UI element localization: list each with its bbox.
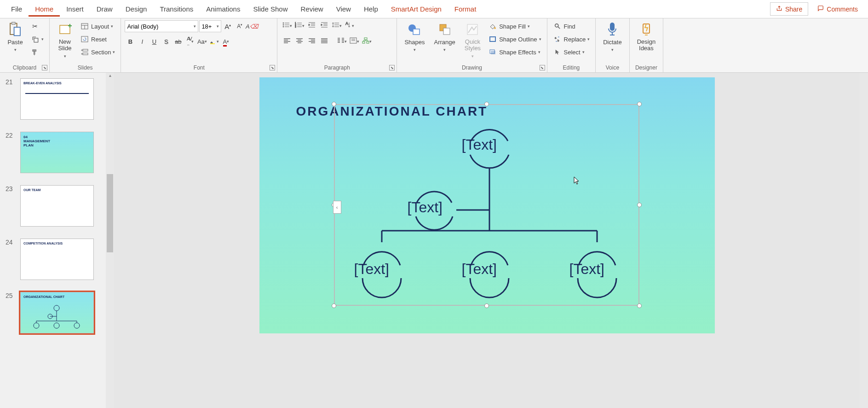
resize-handle[interactable] — [637, 203, 642, 207]
shape-outline-button[interactable]: Shape Outline ▾ — [486, 33, 543, 45]
font-color-button[interactable]: A▾ — [220, 36, 231, 47]
thumbnail-24[interactable]: 24 COMPETITION ANALYSIS — [0, 237, 114, 282]
menu-slideshow[interactable]: Slide Show — [247, 1, 294, 17]
shape-effects-button[interactable]: Shape Effects ▾ — [486, 46, 543, 58]
new-slide-button[interactable]: New Slide ▾ — [53, 20, 76, 60]
replace-icon: ab — [553, 35, 562, 44]
shape-fill-button[interactable]: Shape Fill ▾ — [486, 20, 543, 32]
thumbnail-scrollbar[interactable]: ▴ — [106, 73, 114, 408]
org-node-top[interactable]: [Text] — [462, 136, 497, 153]
org-chart[interactable]: [Text] [Text] [Text] [Text] [Text] — [342, 118, 637, 302]
strikethrough-button[interactable]: ab — [172, 36, 184, 47]
font-launcher[interactable]: ⬊ — [270, 65, 275, 70]
canvas-scrollbar[interactable] — [860, 73, 868, 408]
text-direction-button[interactable]: A▾ — [343, 20, 355, 31]
replace-button[interactable]: abReplace ▾ — [551, 33, 592, 45]
thumbnail-22[interactable]: 22 04MANAGEMENTPLAN — [0, 130, 114, 175]
justify-icon — [321, 37, 328, 46]
menu-insert[interactable]: Insert — [60, 1, 90, 17]
decrease-indent-button[interactable] — [306, 20, 318, 31]
char-spacing-button[interactable]: AV↔▾ — [184, 36, 195, 47]
share-button[interactable]: Share — [770, 2, 808, 16]
menu-design[interactable]: Design — [119, 1, 154, 17]
menu-animations[interactable]: Animations — [200, 1, 247, 17]
font-family-select[interactable]: Arial (Body)▾ — [125, 20, 198, 32]
svg-point-16 — [283, 23, 284, 23]
line-spacing-button[interactable]: ▾ — [331, 20, 343, 31]
thumbnail-panel[interactable]: 21 BREAK-EVEN ANALYSIS 22 04MANAGEMENTPL… — [0, 73, 114, 408]
increase-indent-button[interactable] — [318, 20, 330, 31]
menu-transitions[interactable]: Transitions — [153, 1, 200, 17]
bullets-button[interactable]: ▾ — [281, 20, 293, 31]
layout-button[interactable]: Layout ▾ — [78, 20, 117, 32]
numbering-icon: 123 — [295, 22, 302, 30]
comments-button[interactable]: Comments — [812, 3, 863, 15]
format-painter-button[interactable] — [29, 46, 46, 58]
bold-button[interactable]: B — [125, 36, 136, 47]
char-spacing-icon: AV↔ — [187, 36, 191, 47]
resize-handle[interactable] — [332, 303, 336, 308]
resize-handle[interactable] — [637, 303, 642, 308]
align-left-button[interactable] — [281, 36, 293, 47]
shadow-button[interactable]: S — [161, 36, 172, 47]
chevron-down-icon: ▾ — [14, 47, 17, 52]
reset-button[interactable]: Reset — [78, 33, 117, 45]
select-button[interactable]: Select ▾ — [551, 46, 592, 58]
org-node-child-3[interactable]: [Text] — [569, 261, 604, 278]
org-node-child-2[interactable]: [Text] — [462, 261, 497, 278]
find-button[interactable]: Find — [551, 20, 592, 32]
align-center-button[interactable] — [293, 36, 305, 47]
paste-button[interactable]: Paste ▾ — [4, 20, 27, 54]
text-pane-toggle[interactable]: ‹ — [333, 201, 341, 214]
menu-review[interactable]: Review — [294, 1, 329, 17]
section-button[interactable]: Section ▾ — [78, 46, 117, 58]
org-node-assistant[interactable]: [Text] — [408, 199, 443, 216]
menu-draw[interactable]: Draw — [90, 1, 119, 17]
menu-smartart-design[interactable]: SmartArt Design — [385, 1, 448, 17]
drawing-launcher[interactable]: ⬊ — [540, 65, 545, 70]
paragraph-launcher[interactable]: ⬊ — [389, 65, 395, 70]
change-case-button[interactable]: Aa▾ — [196, 36, 207, 47]
font-size-select[interactable]: 18+▾ — [199, 20, 221, 32]
highlight-button[interactable]: ▾ — [208, 36, 219, 47]
align-text-button[interactable]: ▾ — [348, 36, 360, 47]
dictate-button[interactable]: Dictate ▾ — [599, 20, 625, 54]
clear-formatting-button[interactable]: A⌫ — [246, 21, 257, 32]
justify-button[interactable] — [318, 36, 330, 47]
menu-view[interactable]: View — [330, 1, 357, 17]
scrollbar-handle[interactable] — [107, 174, 113, 252]
resize-handle[interactable] — [484, 303, 489, 308]
resize-handle[interactable] — [332, 102, 336, 106]
menu-format[interactable]: Format — [448, 1, 483, 17]
menu-file[interactable]: File — [5, 1, 29, 17]
quick-styles-button[interactable]: Quick Styles ▾ — [461, 20, 484, 60]
numbering-button[interactable]: 123▾ — [293, 20, 305, 31]
scissors-icon: ✂ — [30, 22, 40, 31]
clipboard-launcher[interactable]: ⬊ — [42, 65, 47, 70]
cut-button[interactable]: ✂ — [29, 20, 46, 32]
slide-canvas-area[interactable]: ORGANIZATIONAL CHART ‹ — [114, 73, 860, 408]
slide-canvas[interactable]: ORGANIZATIONAL CHART ‹ — [259, 77, 715, 333]
decrease-font-button[interactable]: A▾ — [234, 21, 245, 32]
svg-point-96 — [54, 323, 59, 328]
svg-point-18 — [283, 24, 284, 25]
copy-button[interactable]: ▾ — [29, 33, 46, 45]
menu-help[interactable]: Help — [357, 1, 385, 17]
smartart-convert-button[interactable]: ▾ — [361, 36, 373, 47]
italic-button[interactable]: I — [137, 36, 148, 47]
thumbnail-25[interactable]: 25 ORGANIZATIONAL CHART — [0, 290, 114, 335]
shapes-button[interactable]: Shapes ▾ — [401, 20, 428, 54]
thumbnail-23[interactable]: 23 OUR TEAM — [0, 183, 114, 228]
org-node-child-1[interactable]: [Text] — [354, 261, 389, 278]
align-right-button[interactable] — [306, 36, 318, 47]
svg-rect-10 — [81, 36, 88, 42]
underline-button[interactable]: U — [149, 36, 160, 47]
arrange-button[interactable]: Arrange ▾ — [430, 20, 459, 54]
thumbnail-21[interactable]: 21 BREAK-EVEN ANALYSIS — [0, 76, 114, 122]
columns-button[interactable]: ▾ — [336, 36, 348, 47]
menu-home[interactable]: Home — [29, 1, 60, 17]
resize-handle[interactable] — [637, 102, 642, 106]
resize-handle[interactable] — [484, 102, 489, 106]
increase-font-button[interactable]: A▴ — [222, 21, 233, 32]
design-ideas-button[interactable]: Design Ideas — [633, 20, 659, 54]
